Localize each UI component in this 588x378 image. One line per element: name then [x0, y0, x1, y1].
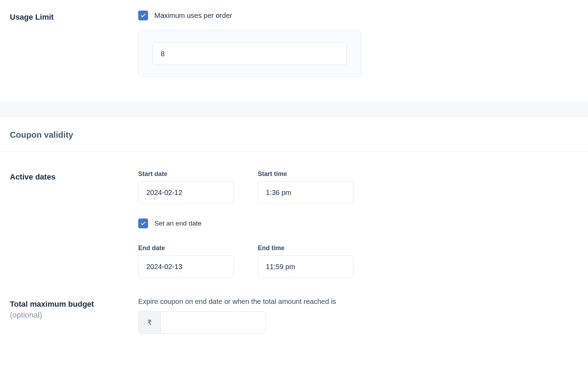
currency-symbol: ₹	[139, 312, 161, 333]
end-time-label: End time	[258, 245, 353, 252]
end-time-input[interactable]	[258, 256, 353, 278]
max-uses-box	[138, 30, 361, 77]
start-time-field[interactable]	[258, 181, 353, 204]
budget-amount-field[interactable]: ₹	[138, 311, 266, 334]
coupon-validity-heading: Coupon validity	[0, 117, 588, 151]
section-separator	[0, 103, 588, 117]
total-budget-sublabel: (optional)	[10, 310, 138, 321]
start-time-input[interactable]	[258, 182, 353, 203]
usage-limit-label: Usage Limit	[10, 12, 138, 23]
end-time-field[interactable]	[258, 255, 353, 278]
set-end-date-label: Set an end date	[154, 220, 202, 227]
start-date-input[interactable]	[139, 182, 234, 203]
budget-amount-input[interactable]	[161, 312, 265, 333]
max-uses-checkbox[interactable]	[138, 11, 148, 20]
total-budget-label: Total maximum budget	[10, 299, 138, 310]
max-uses-label: Maximum uses per order	[154, 12, 232, 20]
start-time-label: Start time	[258, 170, 353, 178]
active-dates-label: Active dates	[10, 172, 138, 183]
end-date-label: End date	[138, 245, 234, 252]
start-date-label: Start date	[138, 170, 234, 178]
budget-description: Expire coupon on end date or when the to…	[138, 298, 578, 306]
max-uses-input[interactable]	[153, 43, 347, 65]
end-date-input[interactable]	[139, 256, 234, 278]
check-icon	[140, 220, 146, 227]
check-icon	[140, 12, 146, 19]
set-end-date-checkbox[interactable]	[138, 219, 148, 228]
end-date-field[interactable]	[138, 255, 234, 278]
start-date-field[interactable]	[138, 181, 234, 204]
